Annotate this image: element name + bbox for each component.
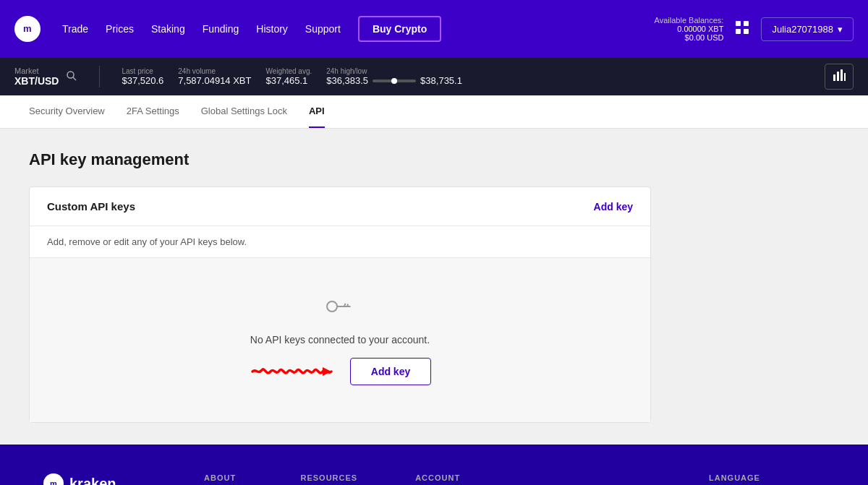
buy-crypto-button[interactable]: Buy Crypto [358, 16, 441, 42]
nav-link-trade[interactable]: Trade [62, 23, 88, 35]
search-icon[interactable] [66, 70, 77, 84]
footer-content: m kraken f 𝕏 in ● ABOUT About Us Careers… [43, 473, 825, 485]
market-pair-info: Market XBT/USD [14, 66, 77, 87]
balances-label: Available Balances: [655, 16, 724, 25]
range-indicator [391, 78, 397, 84]
nav-link-history[interactable]: History [256, 23, 288, 35]
chart-button[interactable] [825, 64, 854, 90]
high-value: $38,735.1 [420, 75, 462, 86]
market-divider [99, 66, 100, 87]
add-key-header-link[interactable]: Add key [594, 201, 633, 213]
nav-link-prices[interactable]: Prices [106, 23, 134, 35]
balance-usd: $0.00 USD [655, 33, 724, 42]
high-low-label: 24h high/low [326, 67, 462, 75]
top-navigation: m Trade Prices Staking Funding History S… [0, 0, 868, 58]
footer-account-title: ACCOUNT [415, 473, 470, 482]
svg-line-7 [73, 77, 76, 80]
svg-rect-2 [736, 21, 741, 26]
tab-2fa-settings[interactable]: 2FA Settings [127, 95, 179, 128]
market-label: Market [14, 66, 59, 75]
nav-link-support[interactable]: Support [305, 23, 341, 35]
page-content: API key management Custom API keys Add k… [0, 129, 796, 445]
nav-link-funding[interactable]: Funding [203, 23, 239, 35]
nav-right: Available Balances: 0.00000 XBT $0.00 US… [655, 16, 854, 42]
settings-tabs: Security Overview 2FA Settings Global Se… [0, 95, 868, 129]
tab-security-overview[interactable]: Security Overview [29, 95, 105, 128]
empty-state: No API keys connected to your account. A… [30, 258, 650, 422]
market-pair: XBT/USD [14, 75, 59, 87]
footer-brand: m kraken f 𝕏 in ● [43, 473, 146, 485]
low-value: $36,383.5 [326, 75, 368, 86]
footer-resources-column: RESOURCES FAQ Charts [300, 473, 357, 485]
logo-icon: m [14, 16, 41, 42]
svg-rect-4 [736, 29, 741, 34]
language-label: LANGUAGE [709, 473, 825, 482]
svg-text:m: m [23, 23, 32, 34]
tab-global-settings-lock[interactable]: Global Settings Lock [201, 95, 287, 128]
footer-about-column: ABOUT About Us Careers [204, 473, 242, 485]
weighted-value: $37,465.1 [266, 75, 312, 86]
volume-label: 24h volume [178, 67, 251, 75]
user-menu-button[interactable]: Julia27071988 ▾ [761, 17, 854, 41]
last-price-stat: Last price $37,520.6 [122, 67, 163, 86]
footer-logo-icon: m [43, 473, 64, 485]
volume-value: 7,587.04914 XBT [178, 75, 251, 86]
high-low-stat: 24h high/low $36,383.5 $38,735.1 [326, 67, 462, 86]
volume-stat: 24h volume 7,587.04914 XBT [178, 67, 251, 86]
svg-point-12 [325, 299, 339, 314]
footer: m kraken f 𝕏 in ● ABOUT About Us Careers… [0, 445, 868, 485]
svg-rect-3 [744, 21, 749, 26]
balance-xbt: 0.00000 XBT [655, 25, 724, 33]
page-title: API key management [29, 150, 767, 169]
svg-point-6 [67, 72, 74, 78]
key-icon [322, 290, 358, 326]
last-price-value: $37,520.6 [122, 75, 163, 86]
scribble-arrow [249, 357, 350, 386]
footer-logo-text: kraken [69, 476, 116, 486]
weighted-avg-stat: Weighted avg. $37,465.1 [266, 67, 312, 86]
api-card-title: Custom API keys [47, 200, 135, 213]
arrow-annotation: Add key [249, 357, 431, 386]
username-label: Julia27071988 [772, 24, 833, 35]
market-bar: Market XBT/USD Last price $37,520.6 24h … [0, 58, 868, 95]
chevron-down-icon: ▾ [838, 24, 843, 35]
nav-link-staking[interactable]: Staking [151, 23, 185, 35]
svg-rect-8 [833, 74, 835, 81]
svg-marker-16 [323, 367, 331, 376]
main-content: Security Overview 2FA Settings Global Se… [0, 95, 868, 445]
footer-account-column: ACCOUNT Your Account Sign Out [415, 473, 470, 485]
last-price-label: Last price [122, 67, 163, 75]
language-section: LANGUAGE U.S. English ▾ [709, 473, 825, 485]
add-key-button[interactable]: Add key [350, 358, 431, 385]
api-key-card: Custom API keys Add key Add, remove or e… [29, 186, 651, 423]
api-card-header: Custom API keys Add key [30, 187, 650, 226]
price-range-bar [373, 80, 416, 82]
nav-links: Trade Prices Staking Funding History Sup… [62, 16, 640, 42]
svg-rect-9 [837, 72, 839, 81]
tab-api[interactable]: API [309, 95, 325, 128]
footer-about-title: ABOUT [204, 473, 242, 482]
svg-text:m: m [50, 479, 57, 485]
api-card-description: Add, remove or edit any of your API keys… [30, 226, 650, 258]
logo[interactable]: m [14, 16, 41, 42]
footer-logo: m kraken [43, 473, 146, 485]
svg-rect-10 [841, 69, 843, 81]
market-labels: Market XBT/USD [14, 66, 59, 87]
svg-rect-11 [844, 73, 846, 81]
svg-line-13 [337, 300, 350, 313]
balances-display: Available Balances: 0.00000 XBT $0.00 US… [655, 16, 724, 42]
weighted-label: Weighted avg. [266, 67, 312, 75]
grid-icon[interactable] [735, 20, 749, 38]
svg-rect-5 [744, 29, 749, 34]
empty-state-text: No API keys connected to your account. [250, 334, 430, 345]
footer-resources-title: RESOURCES [300, 473, 357, 482]
